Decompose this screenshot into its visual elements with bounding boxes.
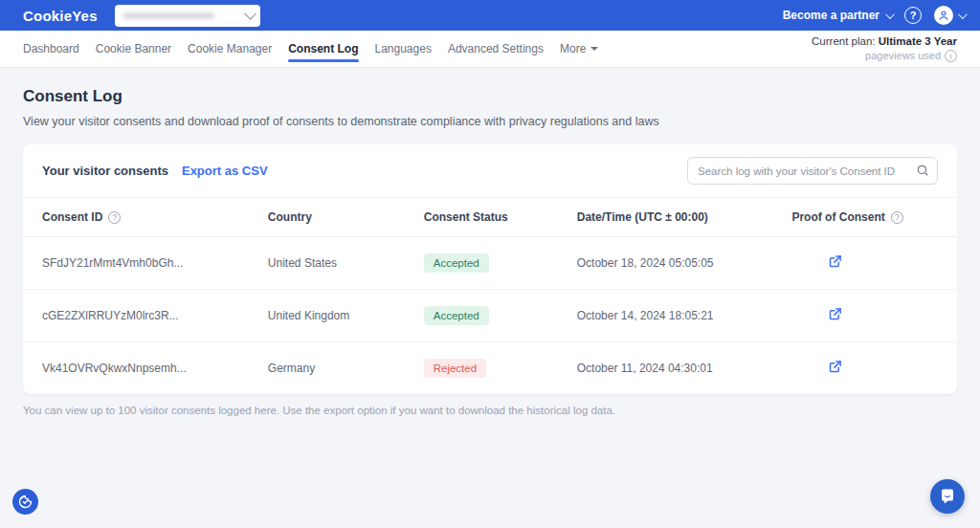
col-header-datetime: Date/Time (UTC ± 00:00) bbox=[577, 210, 792, 224]
chevron-down-icon bbox=[244, 8, 256, 20]
main-content: Consent Log View your visitor consents a… bbox=[0, 68, 980, 394]
consent-log-card: Your visitor consents Export as CSV Cons… bbox=[23, 144, 957, 394]
become-partner-button[interactable]: Become a partner bbox=[783, 9, 892, 22]
plan-info: Current plan: Ultimate 3 Year pageviews … bbox=[812, 34, 957, 63]
website-selector-value-redacted bbox=[122, 12, 214, 19]
view-proof-button[interactable] bbox=[828, 254, 842, 269]
tab-consent-log[interactable]: Consent Log bbox=[288, 31, 358, 67]
view-proof-button[interactable] bbox=[828, 307, 842, 321]
chat-bubble-icon bbox=[939, 488, 956, 505]
chevron-down-icon bbox=[885, 10, 895, 19]
tab-cookie-banner[interactable]: Cookie Banner bbox=[96, 31, 171, 67]
pageviews-used-label: pageviews used bbox=[865, 49, 941, 63]
tab-advanced-settings[interactable]: Advanced Settings bbox=[448, 31, 544, 67]
col-header-consent-status: Consent Status bbox=[424, 210, 577, 224]
help-icon[interactable]: ? bbox=[904, 7, 922, 24]
external-link-icon bbox=[828, 254, 842, 269]
consent-id-search-input[interactable] bbox=[687, 157, 938, 185]
external-link-icon bbox=[828, 360, 842, 374]
consent-id-cell: SFdJY21rMmt4Vmh0bGh... bbox=[42, 256, 268, 270]
tab-more[interactable]: More bbox=[560, 31, 598, 67]
cookie-consent-widget-button[interactable] bbox=[12, 489, 38, 515]
table-header-row: Consent ID ? Country Consent Status Date… bbox=[23, 197, 957, 237]
search-icon[interactable] bbox=[916, 164, 929, 181]
status-badge: Rejected bbox=[424, 359, 486, 378]
page-title: Consent Log bbox=[23, 87, 957, 106]
col-header-country: Country bbox=[268, 210, 424, 224]
export-csv-link[interactable]: Export as CSV bbox=[182, 164, 268, 178]
log-limit-note: You can view up to 100 visitor consents … bbox=[0, 394, 980, 416]
cookieyes-logo: CookieYes bbox=[23, 8, 98, 24]
external-link-icon bbox=[828, 307, 842, 321]
user-icon bbox=[938, 10, 949, 21]
chevron-down-icon bbox=[958, 10, 968, 19]
country-cell: United States bbox=[268, 256, 424, 270]
cookie-check-icon bbox=[17, 494, 33, 510]
datetime-cell: October 14, 2024 18:05:21 bbox=[577, 309, 792, 322]
main-nav: Dashboard Cookie Banner Cookie Manager C… bbox=[0, 31, 980, 68]
current-plan-label: Current plan: bbox=[812, 35, 875, 47]
country-cell: Germany bbox=[268, 362, 424, 375]
table-row: cGE2ZXlRRUYzM0lrc3R... United Kingdom Ac… bbox=[23, 290, 957, 342]
view-proof-button[interactable] bbox=[828, 360, 842, 374]
current-plan-value: Ultimate 3 Year bbox=[879, 35, 957, 47]
table-row: Vk41OVRvQkwxNnpsemh... Germany Rejected … bbox=[23, 342, 957, 394]
country-cell: United Kingdom bbox=[268, 309, 424, 322]
account-menu[interactable] bbox=[934, 6, 965, 25]
status-badge: Accepted bbox=[424, 306, 489, 325]
col-header-consent-id: Consent ID ? bbox=[42, 210, 268, 224]
caret-down-icon bbox=[590, 47, 598, 51]
datetime-cell: October 18, 2024 05:05:05 bbox=[577, 256, 792, 270]
consent-id-cell: Vk41OVRvQkwxNnpsemh... bbox=[42, 362, 268, 375]
info-icon[interactable]: i bbox=[945, 50, 957, 62]
top-bar: CookieYes Become a partner ? bbox=[0, 0, 980, 31]
tab-dashboard[interactable]: Dashboard bbox=[23, 31, 79, 67]
col-header-proof: Proof of Consent ? bbox=[791, 210, 938, 224]
table-row: SFdJY21rMmt4Vmh0bGh... United States Acc… bbox=[23, 237, 957, 290]
datetime-cell: October 11, 2024 04:30:01 bbox=[577, 362, 792, 375]
question-icon[interactable]: ? bbox=[891, 211, 903, 224]
avatar bbox=[934, 6, 953, 25]
website-selector-dropdown[interactable] bbox=[115, 5, 260, 27]
tab-languages[interactable]: Languages bbox=[375, 31, 432, 67]
consent-id-cell: cGE2ZXlRRUYzM0lrc3R... bbox=[42, 309, 268, 322]
card-title: Your visitor consents bbox=[42, 164, 168, 178]
question-icon[interactable]: ? bbox=[108, 211, 121, 224]
chat-launcher-button[interactable] bbox=[930, 479, 965, 514]
tab-cookie-manager[interactable]: Cookie Manager bbox=[188, 31, 272, 67]
page-description: View your visitor consents and download … bbox=[23, 115, 957, 128]
status-badge: Accepted bbox=[424, 253, 489, 273]
become-partner-label: Become a partner bbox=[783, 9, 880, 22]
